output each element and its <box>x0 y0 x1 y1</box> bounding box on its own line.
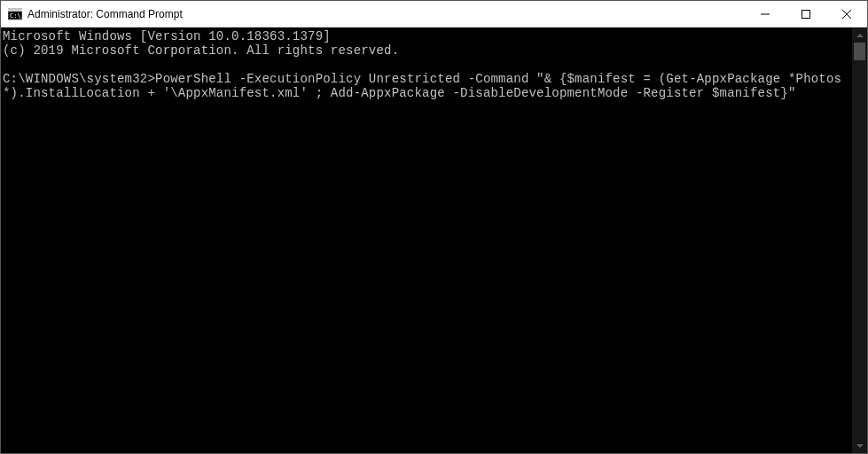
console-line: Microsoft Windows [Version 10.0.18363.13… <box>3 29 331 43</box>
svg-rect-4 <box>802 10 810 18</box>
scroll-up-arrow[interactable] <box>852 27 867 43</box>
console-line: (c) 2019 Microsoft Corporation. All righ… <box>3 43 399 58</box>
svg-rect-1 <box>8 9 22 12</box>
scroll-down-arrow[interactable] <box>852 438 867 453</box>
window-controls <box>745 1 867 27</box>
titlebar[interactable]: C:\ Administrator: Command Prompt <box>1 1 867 27</box>
svg-marker-7 <box>856 34 864 37</box>
titlebar-title: Administrator: Command Prompt <box>27 8 745 20</box>
console-output[interactable]: Microsoft Windows [Version 10.0.18363.13… <box>1 27 852 453</box>
scroll-thumb[interactable] <box>854 43 865 60</box>
command-prompt-window: C:\ Administrator: Command Prompt Micros… <box>0 0 868 454</box>
scroll-track[interactable] <box>852 43 867 438</box>
console-area[interactable]: Microsoft Windows [Version 10.0.18363.13… <box>1 27 867 453</box>
console-prompt: C:\WINDOWS\system32> <box>3 72 155 86</box>
svg-marker-8 <box>856 444 864 448</box>
svg-text:C:\: C:\ <box>10 12 21 20</box>
minimize-button[interactable] <box>745 1 786 27</box>
maximize-button[interactable] <box>786 1 826 27</box>
close-button[interactable] <box>826 1 867 27</box>
vertical-scrollbar[interactable] <box>852 27 867 453</box>
cmd-icon: C:\ <box>8 7 22 21</box>
